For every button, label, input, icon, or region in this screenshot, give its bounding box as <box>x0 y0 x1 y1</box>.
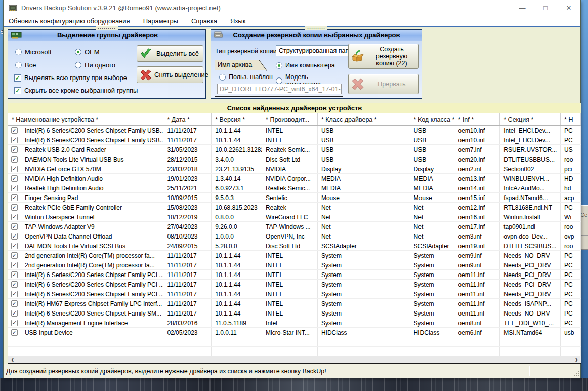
row-checkbox[interactable]: ✓ <box>11 281 18 288</box>
checkbox-hide-other-groups[interactable]: ✓ Скрыть все кроме выбранной группы <box>14 87 138 94</box>
row-checkbox[interactable]: ✓ <box>11 194 18 201</box>
cell-driver_class: MEDIA <box>318 183 410 192</box>
deselect-all-button[interactable]: Снять выделение <box>137 66 203 83</box>
check-icon: ✓ <box>12 195 17 201</box>
table-row[interactable]: ✓Realtek High Definition Audio25/11/2021… <box>8 183 581 193</box>
table-row[interactable]: ✓Intel(R) 6 Series/C200 Series Chipset F… <box>8 280 581 289</box>
row-checkbox[interactable]: ✓ <box>11 262 18 268</box>
check-icon: ✓ <box>12 128 17 133</box>
radio-all[interactable]: Все <box>15 61 36 69</box>
maximize-button[interactable]: □ <box>534 0 557 15</box>
menu-options[interactable]: Параметры <box>143 17 178 25</box>
table-row[interactable]: ✓Intel(R) 6 Series/C200 Series Chipset F… <box>8 289 581 299</box>
column-header[interactable]: * Класс драйвера * <box>318 113 410 125</box>
cell-version: 5.28.0.0 <box>212 241 262 250</box>
row-checkbox[interactable]: ✓ <box>11 291 18 297</box>
table-row[interactable]: ✓DAEMON Tools Lite Virtual USB Bus28/12/… <box>8 154 581 164</box>
horizontal-scrollbar[interactable]: ❮ ❯ <box>8 356 581 363</box>
row-checkbox[interactable]: ✓ <box>11 146 18 153</box>
row-checkbox[interactable]: ✓ <box>11 185 18 191</box>
archive-name-input[interactable]: DP_DTORETTO777-PC_wnt6_x64_17-01-2024 <box>217 84 342 94</box>
scroll-right-icon[interactable]: ❯ <box>572 357 581 362</box>
column-header[interactable]: * Дата * <box>163 113 212 125</box>
row-checkbox-cell: ✓ <box>8 126 21 135</box>
menu-language[interactable]: Язык <box>230 17 245 25</box>
row-checkbox[interactable]: ✓ <box>11 252 18 259</box>
cell-manufacturer: INTEL <box>262 299 318 308</box>
cell-section: WINBLUENVH... <box>500 174 561 183</box>
select-all-button[interactable]: Выделить всё <box>137 45 203 62</box>
row-checkbox[interactable]: ✓ <box>11 127 18 134</box>
table-row[interactable]: ✓Intel(R) 6 Series/C200 Series Chipset F… <box>8 308 581 318</box>
table-row[interactable]: ✓Wintun Userspace Tunnel10/12/20190.8.0.… <box>8 212 581 222</box>
row-checkbox[interactable]: ✓ <box>11 175 18 182</box>
radio-oem[interactable]: OEM <box>75 48 100 56</box>
table-row[interactable]: ✓Realtek PCIe GbE Family Controller15/08… <box>8 203 581 212</box>
table-row[interactable]: ✓TAP-Windows Adapter V927/04/20239.26.0.… <box>8 222 581 231</box>
row-checkbox[interactable]: ✓ <box>11 233 18 240</box>
cell-hwid: PC <box>561 280 581 289</box>
cell-hwid: ovp <box>561 231 581 241</box>
create-backup-button[interactable]: Создать резервную копию (22) <box>348 44 419 69</box>
cell-manufacturer: OpenVPN, Inc <box>262 231 318 241</box>
row-checkbox[interactable]: ✓ <box>11 310 18 317</box>
row-checkbox[interactable]: ✓ <box>11 156 18 163</box>
table-row[interactable]: ✓Finger Sensing Pad10/09/20159.5.0.3Sent… <box>8 193 581 203</box>
row-checkbox[interactable]: ✓ <box>11 166 18 172</box>
row-checkbox[interactable]: ✓ <box>11 300 18 307</box>
close-button[interactable]: ✕ <box>557 0 580 15</box>
table-row[interactable]: ✓Intel(R) Management Engine Interface28/… <box>8 318 581 328</box>
table-row[interactable]: ✓Intel(R) HM67 Express Chipset Family LP… <box>8 299 581 308</box>
resize-grip-icon[interactable] <box>573 370 579 377</box>
radio-none[interactable]: Ни одного <box>75 61 115 69</box>
cell-class_code: MEDIA <box>410 174 455 183</box>
column-header[interactable]: * Код класса * <box>410 113 455 125</box>
row-checkbox[interactable]: ✓ <box>11 204 18 211</box>
cell-section: Needs_PCI_DRV <box>500 289 561 298</box>
row-checkbox-cell: ✓ <box>8 289 21 298</box>
column-header[interactable]: * Секция * <box>500 113 561 125</box>
menu-bar: Обновить конфигурацию оборудования Парам… <box>4 15 580 27</box>
cell-version: 10.1.1.44 <box>212 135 262 144</box>
radio-microsoft[interactable]: Microsoft <box>15 48 52 56</box>
cell-version: 10.68.815.2023 <box>212 203 262 212</box>
window-title: Drivers Backup Solution v.3.9.21 @Romeo9… <box>21 4 221 12</box>
cell-driver_class: HIDClass <box>318 328 410 337</box>
table-row[interactable]: ✓Intel(R) 6 Series/C200 Series Chipset F… <box>8 135 581 145</box>
checkbox-select-whole-group[interactable]: ✓ Выделять всю группу при выборе <box>14 74 127 82</box>
table-row[interactable]: ✓USB Input Device02/05/20231.0.0.11Micro… <box>8 328 581 337</box>
row-checkbox[interactable]: ✓ <box>11 320 18 326</box>
row-checkbox[interactable]: ✓ <box>11 223 18 230</box>
table-row[interactable]: ✓Intel(R) 6 Series/C200 Series Chipset F… <box>8 270 581 280</box>
row-checkbox-cell: ✓ <box>8 174 21 183</box>
cell-name: Realtek PCIe GbE Family Controller <box>21 203 163 212</box>
radio-user-template[interactable]: Польз. шаблон <box>219 73 273 81</box>
driver-group-panel-header: Выделение группы драйверов <box>8 30 205 41</box>
row-checkbox-cell: ✓ <box>8 164 21 173</box>
scroll-left-icon[interactable]: ❮ <box>8 357 17 362</box>
table-row[interactable]: ✓NVIDIA High Definition Audio19/01/20231… <box>8 174 581 183</box>
table-row[interactable]: ✓2nd generation Intel(R) Core(TM) proces… <box>8 260 581 270</box>
column-header[interactable]: * Производит... <box>262 113 318 125</box>
row-checkbox[interactable]: ✓ <box>11 271 18 278</box>
abort-button[interactable]: Прервать <box>348 74 419 94</box>
row-checkbox[interactable]: ✓ <box>11 137 18 143</box>
table-row[interactable]: ✓2nd generation Intel(R) Core(TM) proces… <box>8 251 581 260</box>
minimize-button[interactable]: — <box>511 0 534 15</box>
menu-help[interactable]: Справка <box>191 17 217 25</box>
table-row[interactable]: ✓Realtek USB 2.0 Card Reader31/05/202310… <box>8 145 581 154</box>
table-row[interactable]: ✓OpenVPN Data Channel Offload08/10/20231… <box>8 231 581 241</box>
row-checkbox[interactable]: ✓ <box>11 243 18 249</box>
column-header[interactable]: * Inf * <box>454 113 500 125</box>
row-checkbox[interactable]: ✓ <box>11 214 18 220</box>
table-row[interactable]: ✓DAEMON Tools Lite Virtual SCSI Bus24/09… <box>8 241 581 251</box>
cell-driver_class: USB <box>318 126 410 135</box>
table-row[interactable]: ✓Intel(R) 6 Series/C200 Series Chipset F… <box>8 126 581 135</box>
menu-refresh-hardware[interactable]: Обновить конфигурацию оборудования <box>9 17 130 25</box>
row-checkbox[interactable]: ✓ <box>11 329 18 336</box>
radio-computer-name[interactable]: Имя компьютера <box>276 62 335 69</box>
column-header[interactable]: * Н <box>561 113 581 125</box>
column-header[interactable]: * Версия * <box>212 113 262 125</box>
column-header[interactable]: * Наименование устройства * <box>8 113 163 125</box>
table-row[interactable]: ✓NVIDIA GeForce GTX 570M23/03/201823.21.… <box>8 164 581 174</box>
